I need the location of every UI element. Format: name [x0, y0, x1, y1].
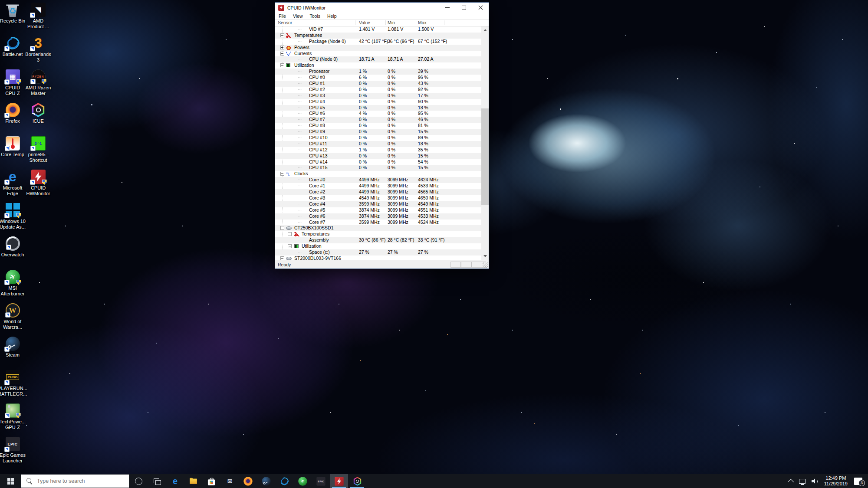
search-input[interactable]	[36, 478, 125, 485]
sensor-row[interactable]: Core #3 4549 MHz 3099 MHz 4650 MHz	[275, 195, 481, 201]
sensor-row[interactable]: Package (Node 0) 42 °C (107 °F) 36 °C (9…	[275, 39, 481, 45]
expand-toggle-icon[interactable]	[288, 244, 292, 248]
expand-toggle-icon[interactable]	[280, 172, 284, 176]
menu-item[interactable]: Tools	[310, 13, 321, 19]
sensor-row[interactable]: CPU (Node 0) 18.71 A 18.71 A 27.02 A	[275, 56, 481, 62]
desktop-icon[interactable]: ♻ Recycle Bin	[0, 3, 25, 36]
sensor-row[interactable]: Utilization	[275, 62, 481, 69]
sensor-row[interactable]: CPU #11 0 % 0 % 18 %	[275, 141, 481, 147]
sensor-row[interactable]: CPU #9 0 % 0 % 15 %	[275, 129, 481, 135]
desktop-icon[interactable]: Core Temp	[0, 136, 25, 170]
cortana-button[interactable]	[129, 474, 148, 488]
menu-item[interactable]: View	[293, 13, 303, 19]
sensor-row[interactable]: Powers	[275, 45, 481, 51]
sensor-row[interactable]: CPU #3 0 % 0 % 17 %	[275, 93, 481, 99]
desktop-icon[interactable]: Firefox	[0, 103, 25, 136]
expand-toggle-icon[interactable]	[280, 52, 284, 56]
sensor-row[interactable]: Temperatures	[275, 33, 481, 39]
title-bar[interactable]: CPUID HWMonitor	[275, 3, 489, 13]
sensor-row[interactable]: CPU #15 0 % 0 % 15 %	[275, 165, 481, 171]
sensor-row[interactable]: CPU #12 1 % 0 % 35 %	[275, 147, 481, 153]
task-view-button[interactable]	[148, 474, 166, 488]
taskbar-app-button[interactable]: ✉	[220, 474, 239, 488]
desktop-icon[interactable]: 2ᴾ-1 prime95 - Shortcut	[26, 136, 51, 170]
sensor-row[interactable]: CPU #5 0 % 0 % 18 %	[275, 105, 481, 111]
desktop-icon[interactable]: ▦ CPUID CPU-Z	[0, 69, 25, 103]
minimize-button[interactable]	[439, 3, 456, 13]
sensor-row[interactable]: CPU #0 6 % 0 % 96 %	[275, 75, 481, 81]
desktop-icon[interactable]: e Microsoft Edge	[0, 170, 25, 203]
taskbar-app-button[interactable]	[348, 474, 366, 488]
sensor-row[interactable]: Core #5 3874 MHz 3099 MHz 4551 MHz	[275, 207, 481, 213]
desktop-icon[interactable]: ✈ MSI Afterburner	[0, 270, 25, 303]
sensor-row[interactable]: ST2000DL003-9VT166	[275, 255, 481, 260]
column-max[interactable]: Max	[418, 20, 427, 25]
taskbar-app-button[interactable]: ✈	[293, 474, 312, 488]
sensor-row[interactable]: CT250BX100SSD1	[275, 225, 481, 231]
desktop-icon[interactable]: TechPowe... GPU-Z	[0, 403, 25, 437]
sensor-row[interactable]: CPU #6 4 % 0 % 95 %	[275, 111, 481, 117]
action-center-button[interactable]: 3	[851, 474, 865, 488]
desktop-icon[interactable]: iCUE	[26, 103, 51, 136]
sensor-row[interactable]: Utilization	[275, 243, 481, 249]
sensor-row[interactable]: Core #2 4499 MHz 3099 MHz 4565 MHz	[275, 189, 481, 195]
menu-item[interactable]: Help	[327, 13, 337, 19]
desktop-icon[interactable]: PUBG PLAYERUN... BATTLEGR...	[0, 370, 25, 403]
desktop-icon[interactable]: RYZEN AMD Ryzen Master	[26, 69, 51, 103]
desktop-icon[interactable]: EPIC Epic Games Launcher	[0, 437, 25, 470]
sensor-row[interactable]: Assembly 30 °C (86 °F) 28 °C (82 °F) 33 …	[275, 237, 481, 243]
desktop-icon[interactable]: 3 Borderlands 3	[26, 36, 51, 69]
vertical-scrollbar[interactable]	[481, 26, 489, 260]
expand-toggle-icon[interactable]	[280, 226, 284, 230]
taskbar-app-button[interactable]: e	[166, 474, 184, 488]
expand-toggle-icon[interactable]	[280, 256, 284, 260]
sensor-row[interactable]: CPU #1 0 % 0 % 43 %	[275, 81, 481, 87]
menu-item[interactable]: File	[279, 13, 286, 19]
sensor-row[interactable]: Space (c:) 27 % 27 % 27 %	[275, 249, 481, 255]
scrollbar-thumb[interactable]	[481, 108, 489, 205]
desktop-icon[interactable]: Steam	[0, 337, 25, 370]
sensor-row[interactable]: Core #1 4499 MHz 3099 MHz 4533 MHz	[275, 183, 481, 189]
sensor-row[interactable]: CPU #14 0 % 0 % 54 %	[275, 159, 481, 165]
taskbar-app-button[interactable]: EPIC	[312, 474, 330, 488]
desktop-icon[interactable]: CPUID HWMonitor	[26, 170, 51, 203]
sensor-row[interactable]: CPU #13 0 % 0 % 15 %	[275, 153, 481, 159]
tray-overflow-button[interactable]	[786, 474, 796, 488]
column-value[interactable]: Value	[359, 20, 370, 25]
desktop-icon[interactable]: ◥ AMD Product ...	[26, 3, 51, 36]
volume-button[interactable]	[809, 474, 821, 488]
expand-toggle-icon[interactable]	[280, 63, 284, 67]
sensor-row[interactable]: Currents	[275, 51, 481, 57]
sensor-row[interactable]: CPU #7 0 % 0 % 46 %	[275, 117, 481, 123]
desktop-icon[interactable]: Overwatch	[0, 236, 25, 270]
scroll-down-icon[interactable]	[481, 252, 489, 260]
start-button[interactable]	[0, 474, 21, 488]
desktop-icon[interactable]: W World of Warcra...	[0, 303, 25, 337]
network-button[interactable]	[796, 474, 809, 488]
taskbar-app-button[interactable]	[202, 474, 220, 488]
sensor-row[interactable]: VID #7 1.481 V 1.081 V 1.500 V	[275, 26, 481, 33]
close-button[interactable]	[472, 3, 489, 13]
column-sensor[interactable]: Sensor	[278, 20, 292, 25]
taskbar-app-button[interactable]	[184, 474, 202, 488]
taskbar-app-button[interactable]	[275, 474, 293, 488]
sensor-row[interactable]: Core #0 4499 MHz 3099 MHz 4624 MHz	[275, 177, 481, 183]
sensor-row[interactable]: CPU #4 0 % 0 % 90 %	[275, 99, 481, 105]
taskbar-app-button[interactable]	[330, 474, 348, 488]
sensor-row[interactable]: Temperatures	[275, 231, 481, 237]
expand-toggle-icon[interactable]	[288, 232, 292, 236]
sensor-row[interactable]: Clocks	[275, 171, 481, 177]
expand-toggle-icon[interactable]	[280, 46, 284, 49]
sensor-row[interactable]: Core #7 3599 MHz 3099 MHz 4524 MHz	[275, 219, 481, 226]
taskbar-search[interactable]	[21, 474, 129, 488]
sensor-row[interactable]: Core #4 3599 MHz 3099 MHz 4549 MHz	[275, 201, 481, 207]
maximize-button[interactable]	[456, 3, 472, 13]
taskbar-clock[interactable]: 12:49 PM 11/29/2019	[821, 475, 851, 487]
expand-toggle-icon[interactable]	[280, 33, 284, 37]
sensor-row[interactable]: Core #6 3874 MHz 3099 MHz 4533 MHz	[275, 213, 481, 219]
scroll-up-icon[interactable]	[481, 26, 489, 34]
sensor-row[interactable]: CPU #10 0 % 0 % 89 %	[275, 135, 481, 141]
taskbar-app-button[interactable]	[257, 474, 275, 488]
column-min[interactable]: Min	[388, 20, 395, 25]
resize-grip[interactable]	[483, 262, 488, 268]
